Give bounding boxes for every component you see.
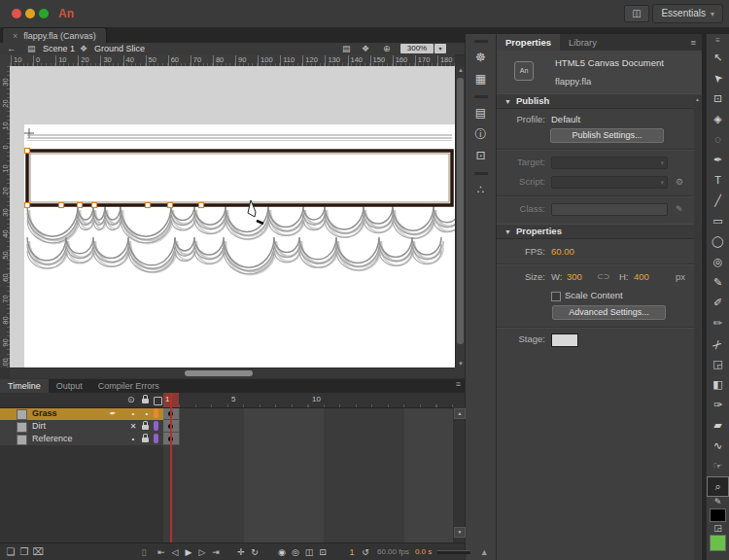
selection-handle[interactable] — [199, 203, 204, 208]
timeline-scroll-up-icon[interactable]: ▲ — [454, 408, 466, 419]
fill-color-swatch[interactable] — [710, 535, 726, 551]
script-dropdown[interactable]: ▾ — [551, 176, 668, 189]
layer-row-reference[interactable]: Reference• — [0, 433, 453, 445]
timeline-panel-menu-icon[interactable]: ≡ — [456, 379, 461, 389]
zoom-window-button[interactable] — [39, 9, 49, 18]
subselection-tool[interactable]: ➤ — [707, 68, 729, 88]
selection-handle[interactable] — [59, 203, 64, 208]
layer-outline-color-swatch[interactable] — [154, 408, 158, 418]
transform-panel-icon[interactable]: ⊡ — [466, 145, 496, 166]
step-back-button[interactable]: ◁ — [169, 547, 181, 557]
back-arrow-icon[interactable]: ← — [7, 43, 16, 54]
onion-skin-button[interactable]: ◉ — [276, 547, 288, 557]
paint-bucket-tool[interactable]: ◲ — [707, 354, 729, 374]
link-dimensions-icon[interactable]: ⊂⊃ — [597, 270, 609, 284]
rectangle-tool[interactable]: ▭ — [707, 211, 729, 231]
layer-visibility-toggle[interactable]: • — [127, 407, 139, 420]
pencil-tool[interactable]: ✎ — [707, 272, 729, 293]
publish-settings-button[interactable]: Publish Settings... — [550, 128, 664, 143]
properties-panel-menu-icon[interactable]: ≡ — [690, 34, 696, 51]
tab-compiler-errors[interactable]: Compiler Errors — [90, 379, 167, 393]
horizontal-scroll-thumb[interactable] — [185, 370, 253, 376]
target-dropdown[interactable]: ▾ — [551, 157, 668, 169]
fps-value[interactable]: 60.00 — [551, 245, 574, 259]
advanced-settings-button[interactable]: Advanced Settings... — [552, 305, 666, 320]
layer-row-grass[interactable]: Grass✒•• — [0, 407, 453, 420]
layer-lock-icon[interactable] — [142, 425, 149, 430]
workspace-menu-button[interactable]: Essentials▾ — [652, 4, 723, 23]
close-tab-icon[interactable]: × — [13, 31, 17, 41]
layer-outline-color-swatch[interactable] — [154, 434, 158, 443]
selection-tool[interactable]: ↖ — [707, 48, 729, 68]
align-panel-icon[interactable]: ▤ — [466, 102, 496, 123]
center-frame-icon[interactable]: ⊕ — [383, 43, 391, 54]
show-hide-all-layers-icon[interactable]: ⊙ — [127, 395, 135, 404]
tools-panel-menu-icon[interactable]: ≡ — [707, 34, 729, 48]
layer-row-dirt[interactable]: Dirt✕ — [0, 420, 453, 433]
stage-viewport[interactable] — [10, 66, 455, 368]
stage-zoom-input[interactable]: 300% — [400, 44, 434, 53]
tab-timeline[interactable]: Timeline — [0, 379, 49, 393]
stroke-color-swatch[interactable] — [710, 508, 726, 522]
center-frame-marker-icon[interactable]: ▯ — [138, 547, 150, 557]
scene-breadcrumb[interactable]: Scene 1 — [43, 43, 75, 54]
step-forward-button[interactable]: ▷ — [196, 547, 208, 557]
loop-playback-button[interactable]: ↻ — [249, 547, 260, 557]
tab-properties[interactable]: Properties — [497, 34, 560, 51]
layer-visibility-toggle[interactable]: • — [127, 433, 139, 445]
bone-tool[interactable]: χ — [707, 333, 729, 354]
edit-multiple-frames-button[interactable]: ◫ — [303, 547, 315, 557]
selection-handle[interactable] — [78, 203, 83, 208]
stage-zoom-dropdown-icon[interactable]: ▾ — [434, 44, 446, 53]
hand-tool[interactable]: ☞ — [707, 456, 729, 476]
layer-visibility-toggle[interactable]: ✕ — [127, 420, 139, 433]
workspace-switcher-icon[interactable]: ◫ — [624, 5, 649, 22]
close-window-button[interactable] — [12, 9, 21, 18]
selection-handle[interactable] — [92, 203, 97, 208]
width-tool[interactable]: ∿ — [707, 436, 729, 456]
selection-handle[interactable] — [25, 203, 30, 208]
minimize-window-button[interactable] — [25, 9, 35, 18]
collapse-triangle-icon[interactable]: ▼ — [504, 98, 511, 105]
tab-output[interactable]: Output — [49, 379, 90, 393]
timeline-scroll-down-icon[interactable]: ▼ — [454, 527, 466, 538]
last-frame-button[interactable]: ⇥ — [210, 547, 222, 557]
first-frame-button[interactable]: ⇤ — [156, 547, 167, 557]
stage-color-swatch[interactable] — [551, 333, 578, 347]
gradient-transform-tool[interactable]: ◈ — [707, 109, 729, 129]
lasso-tool[interactable]: ◌ — [707, 129, 729, 150]
new-layer-button[interactable]: ❏ — [4, 546, 17, 557]
scroll-up-icon[interactable]: ▲ — [694, 96, 701, 102]
onion-skin-outlines-button[interactable]: ◎ — [290, 547, 301, 557]
outline-all-layers-icon[interactable] — [154, 397, 162, 405]
tab-library[interactable]: Library — [560, 34, 606, 51]
loop-icon[interactable]: ↺ — [360, 547, 371, 557]
edit-class-icon[interactable]: ✎ — [676, 202, 683, 216]
oval-primitive-tool[interactable]: ◎ — [707, 252, 729, 272]
selection-handle[interactable] — [168, 203, 173, 208]
eraser-tool[interactable]: ▰ — [707, 415, 729, 436]
timeline-zoom-icon[interactable]: ▲ — [478, 547, 490, 557]
pen-tool[interactable]: ✒ — [707, 150, 729, 170]
width-value[interactable]: 300 — [567, 270, 582, 284]
layer-lock-toggle[interactable]: • — [141, 407, 153, 420]
stage-horizontal-scrollbar[interactable] — [10, 368, 455, 378]
history-panel-icon[interactable]: ∴ — [466, 179, 496, 200]
height-value[interactable]: 400 — [634, 270, 649, 284]
free-transform-tool[interactable]: ⊡ — [707, 88, 729, 109]
collapse-triangle-icon[interactable]: ▼ — [504, 228, 511, 235]
playhead-line[interactable] — [170, 393, 172, 542]
timeline-zoom-slider[interactable] — [437, 550, 470, 554]
eyedropper-tool[interactable]: ✑ — [707, 395, 729, 415]
play-button[interactable]: ▶ — [183, 547, 194, 557]
swatches-panel-icon[interactable]: ▦ — [466, 68, 496, 89]
selection-handle[interactable] — [25, 149, 30, 154]
zoom-tool[interactable]: ⌕ — [707, 476, 729, 497]
text-tool[interactable]: T — [707, 170, 729, 191]
info-panel-icon[interactable]: ⓘ — [466, 123, 496, 145]
modify-markers-button[interactable]: ⊡ — [317, 547, 329, 557]
script-settings-icon[interactable]: ⚙ — [676, 175, 683, 189]
document-tab[interactable]: ×flappy.fla (Canvas) — [2, 27, 107, 44]
new-folder-button[interactable]: ❐ — [17, 546, 31, 557]
oval-tool[interactable]: ◯ — [707, 231, 729, 252]
